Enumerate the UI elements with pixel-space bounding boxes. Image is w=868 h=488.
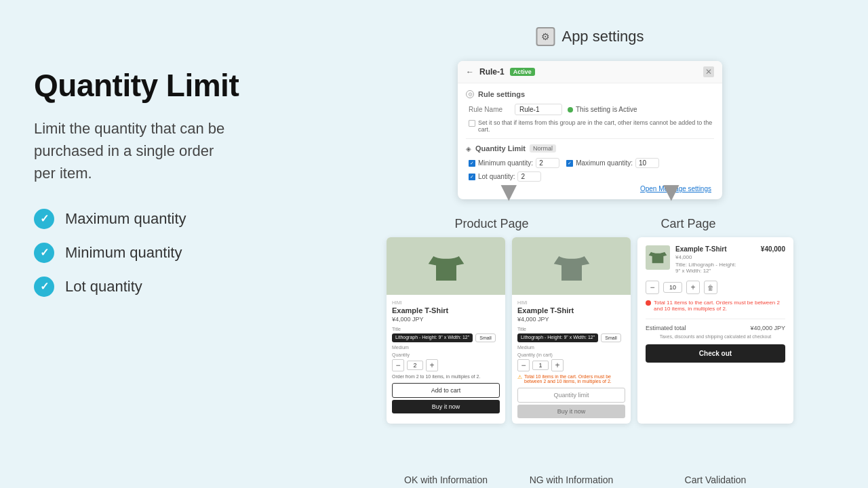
ok-add-to-cart-button[interactable]: Add to cart (392, 383, 500, 398)
rule-title: Rule-1 (479, 67, 505, 77)
product-page-label: Product Page (424, 217, 559, 231)
ng-qty-label: Quantity (in cart) (517, 352, 625, 357)
max-qty-checkbox[interactable] (566, 160, 573, 167)
checkout-button[interactable]: Check out (646, 344, 785, 363)
check-icon-max (34, 209, 54, 229)
ng-brand: HIMI (517, 300, 625, 305)
ng-tag-small[interactable]: Small (601, 333, 621, 342)
ok-qty-label: Quantity (392, 352, 500, 357)
rule-settings-section-header: ⚙ Rule settings (466, 90, 714, 98)
ng-medium: Medium (517, 345, 625, 350)
ok-qty-stepper: − 2 + (392, 359, 500, 371)
app-settings-label: App settings (561, 28, 644, 45)
ng-qty-limit-button[interactable]: Quantity limit (517, 388, 625, 403)
active-check: This setting is Active (568, 106, 637, 113)
cart-delete-button[interactable]: 🗑 (704, 281, 717, 294)
ok-tag-small[interactable]: Small (475, 333, 496, 342)
cart-validation-card: Example T-Shirt ¥40,000 ¥4,000 Title: Li… (637, 237, 793, 424)
rule-name-label: Rule Name (469, 106, 509, 113)
ok-brand: HIMI (392, 300, 500, 305)
ql-title: Quantity Limit (475, 144, 526, 152)
max-qty-field: Maximum quantity: 10 (566, 158, 659, 168)
feature-item-lot: Lot quantity (34, 277, 319, 297)
arrow-down-product: ▼ (495, 176, 522, 207)
main-container: Quantity Limit Limit the quantity that c… (0, 0, 868, 488)
warning-icon: ⚠ (517, 374, 522, 380)
ok-stepper-plus[interactable]: + (426, 359, 438, 371)
ok-name: Example T-Shirt (392, 306, 500, 314)
min-qty-checkbox[interactable] (469, 160, 475, 167)
error-dot-icon (646, 300, 651, 306)
ok-product-card: HIMI Example T-Shirt ¥4,000 JPY Title Li… (387, 237, 505, 424)
min-qty-input[interactable]: 2 (536, 158, 559, 168)
cart-item-name: Example T-Shirt (675, 245, 727, 253)
ok-buy-now-button[interactable]: Buy it now (392, 400, 500, 413)
rule-name-input[interactable]: Rule-1 (515, 104, 562, 115)
ng-tag-lithograph[interactable]: Lithograph - Height: 9" x Width: 12" (517, 333, 598, 342)
ok-medium: Medium (392, 345, 500, 350)
ng-product-card: HIMI Example T-Shirt ¥4,000 JPY Title Li… (512, 237, 631, 424)
ok-info-text: Order from 2 to 10 items, in multiples o… (392, 374, 500, 379)
page-title: Quantity Limit (34, 68, 319, 104)
ng-title-label: Title (517, 327, 625, 331)
feature-label-lot: Lot quantity (65, 278, 142, 296)
max-qty-label: Maximum quantity: (576, 159, 633, 167)
cart-item-name-row: Example T-Shirt ¥40,000 (675, 245, 785, 254)
ng-product-body: HIMI Example T-Shirt ¥4,000 JPY Title Li… (512, 295, 631, 424)
cart-stepper-plus[interactable]: + (686, 281, 700, 294)
cart-item-desc: Title: Lithograph - Height:9" x Width: 1… (675, 262, 785, 274)
min-qty-label: Minimum quantity: (478, 159, 533, 167)
left-panel: Quantity Limit Limit the quantity that c… (34, 27, 319, 461)
feature-list: Maximum quantity Minimum quantity Lot qu… (34, 209, 319, 297)
cart-stepper-minus[interactable]: − (646, 281, 659, 294)
cart-divider (646, 319, 785, 319)
feature-item-min: Minimum quantity (34, 243, 319, 263)
check-icon-min (34, 243, 54, 263)
active-text: This setting is Active (576, 106, 637, 113)
cart-item-thumbnail (646, 245, 670, 270)
cart-card-label: Cart Validation (637, 474, 793, 485)
divider-1 (466, 138, 714, 139)
feature-label-min: Minimum quantity (65, 244, 182, 262)
app-settings-header: ⚙ App settings (536, 27, 644, 46)
ok-tag-lithograph[interactable]: Lithograph - Height: 9" x Width: 12" (392, 333, 473, 342)
estimated-row: Estimated total ¥40,000 JPY (646, 325, 785, 331)
right-panel: ⚙ App settings ← Rule-1 Active ✕ ⚙ Rule … (346, 27, 834, 461)
cart-error-row: Total 11 items to the cart. Orders must … (646, 300, 785, 312)
app-settings-icon: ⚙ (536, 27, 555, 46)
ng-stepper-value: 1 (532, 361, 549, 370)
ok-stepper-minus[interactable]: − (392, 359, 404, 371)
ng-tag-row: Lithograph - Height: 9" x Width: 12" Sma… (517, 333, 625, 342)
ng-buy-now-button[interactable]: Buy it now (517, 405, 625, 418)
qty-row: Minimum quantity: 2 Maximum quantity: 10 (466, 158, 714, 168)
cart-group-text: Set it so that if items from this group … (478, 119, 714, 133)
cart-item-row: Example T-Shirt ¥40,000 ¥4,000 Title: Li… (646, 245, 785, 274)
section-labels-row: Product Page Cart Page (346, 217, 834, 231)
ng-qty-stepper: − 1 + (517, 359, 625, 371)
ng-warning-msg: Total 10 items in the cart. Orders must … (524, 374, 625, 384)
ql-icon: ◈ (466, 145, 471, 152)
back-arrow-icon[interactable]: ← (466, 67, 474, 77)
subtitle: Limit the quantity that can bepurchased … (34, 117, 319, 184)
close-button[interactable]: ✕ (703, 66, 714, 77)
cart-group-checkbox[interactable] (469, 120, 475, 127)
ok-price: ¥4,000 JPY (392, 316, 500, 323)
arrow-down-cart: ▼ (658, 176, 685, 207)
ng-stepper-plus[interactable]: + (551, 359, 564, 371)
active-badge: Active (510, 68, 535, 76)
card-labels-row: OK with Information NG with Information … (346, 474, 834, 485)
max-qty-input[interactable]: 10 (635, 158, 659, 168)
ng-warning-text: ⚠ Total 10 items in the cart. Orders mus… (517, 374, 625, 384)
estimated-value: ¥40,000 JPY (750, 325, 785, 331)
cart-group-row: Set it so that if items from this group … (466, 119, 714, 133)
tax-note: Taxes, discounts and shipping calculated… (646, 334, 785, 339)
estimated-label: Estimated total (646, 325, 686, 331)
rule-name-row: Rule Name Rule-1 This setting is Active (466, 104, 714, 115)
feature-item-max: Maximum quantity (34, 209, 319, 229)
ok-tag-row: Lithograph - Height: 9" x Width: 12" Sma… (392, 333, 500, 342)
ok-stepper-value: 2 (407, 361, 423, 370)
ng-stepper-minus[interactable]: − (517, 359, 530, 371)
ok-title-label: Title (392, 327, 500, 331)
cart-stepper-row: − 10 + 🗑 (646, 281, 785, 294)
settings-icon: ⚙ (466, 90, 474, 98)
